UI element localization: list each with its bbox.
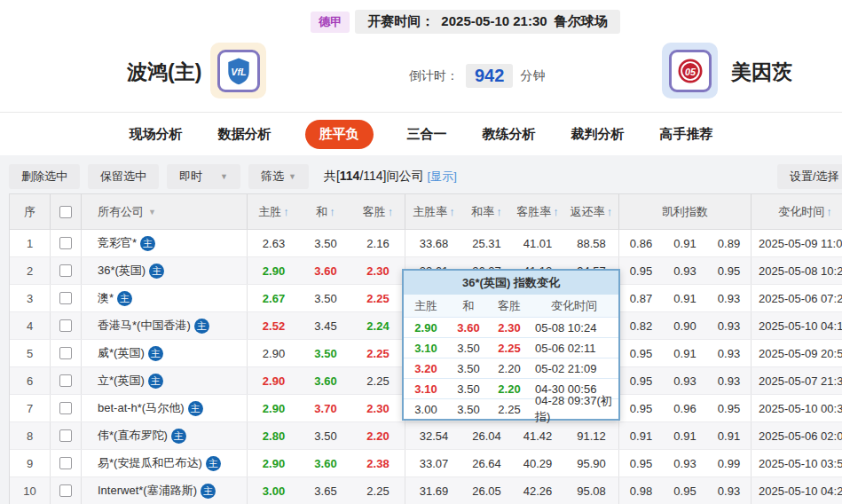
sort-up-icon: ↑ bbox=[826, 205, 832, 218]
header-home-rate-label: 主胜率 bbox=[413, 204, 447, 220]
home-odds-value: 2.80 bbox=[247, 422, 300, 449]
change-time-value: 2025-05-09 20:53 bbox=[751, 340, 842, 366]
home-rate-value: 33.07 bbox=[405, 450, 462, 476]
row-checkbox[interactable] bbox=[59, 264, 72, 277]
home-badge-icon: 主 bbox=[188, 401, 203, 416]
company-name[interactable]: bet-at-h*(马尔他) bbox=[98, 400, 185, 416]
row-checkbox-cell bbox=[50, 367, 81, 394]
home-odds-value: 2.90 bbox=[247, 257, 300, 284]
company-cell[interactable]: 36*(英国) 主 bbox=[81, 257, 247, 284]
kelly-away-value: 0.93 bbox=[707, 285, 751, 311]
company-cell[interactable]: 伟*(直布罗陀) 主 bbox=[81, 422, 247, 449]
tab-data-analysis[interactable]: 数据分析 bbox=[216, 121, 273, 148]
company-name[interactable]: 36*(英国) bbox=[98, 263, 146, 279]
company-cell[interactable]: bet-at-h*(马尔他) 主 bbox=[81, 395, 247, 421]
kelly-home-value: 0.91 bbox=[618, 422, 663, 449]
sort-up-icon: ↑ bbox=[607, 205, 613, 218]
away-team-logo-icon: 05 bbox=[662, 43, 718, 98]
row-checkbox-cell bbox=[50, 395, 81, 421]
keep-selected-button[interactable]: 保留选中 bbox=[88, 164, 159, 189]
company-cell[interactable]: 立*(英国) 主 bbox=[81, 367, 247, 394]
row-checkbox[interactable] bbox=[59, 319, 72, 332]
kelly-draw-value: 0.91 bbox=[663, 285, 707, 311]
header-home-odds[interactable]: 主胜↑ bbox=[247, 194, 300, 229]
toolbar: 删除选中 保留选中 即时 ▼ 筛选 ▼ 共[114/114]间公司 [显示] 设… bbox=[9, 164, 842, 189]
countdown: 倒计时： 942 分钟 bbox=[409, 64, 545, 88]
live-dropdown[interactable]: 即时 ▼ bbox=[167, 164, 240, 189]
company-cell[interactable]: 澳* 主 bbox=[81, 285, 247, 311]
header-draw-rate[interactable]: 和率↑ bbox=[462, 194, 511, 229]
company-name[interactable]: 威*(英国) bbox=[98, 345, 145, 361]
select-all-checkbox[interactable] bbox=[59, 206, 72, 218]
header-payout-rate[interactable]: 返还率↑ bbox=[564, 194, 618, 229]
header-home-rate[interactable]: 主胜率↑ bbox=[405, 194, 462, 229]
header-change-time[interactable]: 变化时间↑ bbox=[751, 194, 842, 229]
settings-button[interactable]: 设置/选择 bbox=[777, 164, 842, 189]
match-header: 德甲 开赛时间： 2025-05-10 21:30 鲁尔球场 波鸿(主) VfL… bbox=[0, 0, 842, 113]
company-name[interactable]: Interwet*(塞浦路斯) bbox=[98, 483, 197, 499]
popup-header-time: 变化时间 bbox=[530, 298, 618, 314]
company-name[interactable]: 竞彩官* bbox=[98, 235, 137, 251]
company-name[interactable]: 立*(英国) bbox=[98, 373, 145, 389]
popup-history-row: 3.00 3.50 2.25 04-28 09:37(初指) bbox=[404, 398, 618, 419]
company-name[interactable]: 澳* bbox=[98, 290, 114, 306]
kelly-draw-value: 0.93 bbox=[663, 257, 707, 284]
company-name[interactable]: 易*(安提瓜和巴布达) bbox=[98, 455, 202, 471]
header-away-odds[interactable]: 客胜↑ bbox=[351, 194, 405, 229]
draw-odds-value: 3.50 bbox=[300, 422, 351, 449]
home-team-logo-icon: VfL bbox=[210, 43, 266, 98]
kelly-draw-value: 0.96 bbox=[663, 395, 707, 421]
home-odds-value: 2.90 bbox=[247, 450, 300, 476]
popup-away-odds: 2.30 bbox=[489, 321, 530, 335]
company-name[interactable]: 伟*(直布罗陀) bbox=[98, 428, 168, 444]
row-checkbox[interactable] bbox=[59, 402, 72, 414]
company-cell[interactable]: 香港马*(中国香港) 主 bbox=[81, 312, 247, 339]
table-row: 9 易*(安提瓜和巴布达) 主 2.90 3.60 2.38 33.07 26.… bbox=[10, 450, 842, 477]
row-checkbox[interactable] bbox=[59, 237, 72, 249]
company-cell[interactable]: Interwet*(塞浦路斯) 主 bbox=[81, 477, 247, 504]
popup-away-odds: 2.20 bbox=[489, 382, 530, 396]
company-name[interactable]: 香港马*(中国香港) bbox=[98, 318, 191, 334]
kelly-home-value: 0.86 bbox=[618, 230, 663, 256]
draw-rate-value: 26.05 bbox=[462, 477, 511, 504]
draw-odds-value: 3.60 bbox=[300, 367, 351, 394]
row-checkbox[interactable] bbox=[59, 429, 72, 442]
header-draw-odds[interactable]: 和↑ bbox=[300, 194, 351, 229]
header-company[interactable]: 所有公司 ▼ bbox=[81, 194, 247, 229]
row-index: 8 bbox=[10, 422, 50, 449]
header-away-rate[interactable]: 客胜率↑ bbox=[511, 194, 564, 229]
header-checkbox-cell bbox=[50, 194, 81, 229]
tab-coach-analysis[interactable]: 教练分析 bbox=[481, 121, 538, 148]
kelly-away-value: 0.99 bbox=[707, 450, 751, 476]
tab-referee-analysis[interactable]: 裁判分析 bbox=[570, 121, 626, 148]
change-time-value: 2025-05-10 04:24 bbox=[751, 477, 842, 504]
filter-dropdown[interactable]: 筛选 ▼ bbox=[248, 164, 309, 189]
row-checkbox[interactable] bbox=[59, 347, 72, 359]
analysis-nav: 现场分析 数据分析 胜平负 三合一 教练分析 裁判分析 高手推荐 bbox=[0, 114, 842, 155]
tab-three-in-one[interactable]: 三合一 bbox=[405, 121, 449, 148]
tab-live-analysis[interactable]: 现场分析 bbox=[128, 121, 185, 148]
popup-header-row: 主胜 和 客胜 变化时间 bbox=[404, 295, 618, 317]
company-cell[interactable]: 威*(英国) 主 bbox=[81, 340, 247, 366]
row-checkbox[interactable] bbox=[59, 457, 72, 469]
row-checkbox[interactable] bbox=[59, 292, 72, 304]
away-odds-value: 2.25 bbox=[351, 477, 405, 504]
home-logo-shield-icon: VfL bbox=[217, 50, 260, 92]
tab-win-draw-lose[interactable]: 胜平负 bbox=[305, 120, 374, 149]
company-cell[interactable]: 易*(安提瓜和巴布达) 主 bbox=[81, 450, 247, 476]
company-cell[interactable]: 竞彩官* 主 bbox=[81, 230, 247, 256]
live-dropdown-value: 即时 bbox=[179, 164, 202, 189]
row-checkbox[interactable] bbox=[59, 374, 72, 387]
row-index: 3 bbox=[10, 285, 50, 311]
draw-rate-value: 25.31 bbox=[462, 230, 511, 256]
change-time-value: 2025-05-06 02:02 bbox=[751, 422, 842, 449]
popup-history-row: 2.90 3.60 2.30 05-08 10:24 bbox=[404, 317, 618, 337]
delete-selected-button[interactable]: 删除选中 bbox=[9, 164, 80, 189]
row-checkbox[interactable] bbox=[59, 484, 72, 497]
kelly-home-value: 0.95 bbox=[618, 257, 663, 284]
home-badge-icon: 主 bbox=[148, 374, 163, 389]
kickoff-time: 2025-05-10 21:30 bbox=[441, 13, 547, 30]
tab-expert-picks[interactable]: 高手推荐 bbox=[658, 121, 715, 148]
countdown-unit: 分钟 bbox=[520, 68, 545, 84]
show-link[interactable]: [显示] bbox=[428, 169, 457, 185]
